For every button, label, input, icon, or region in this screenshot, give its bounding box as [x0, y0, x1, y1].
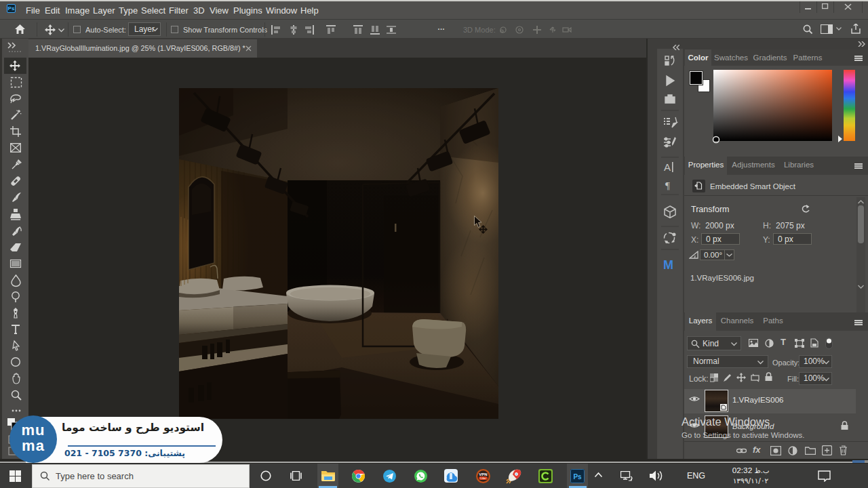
svg-text:Like: Like: [480, 476, 486, 480]
svg-text:¶: ¶: [665, 180, 670, 191]
svg-text:A: A: [664, 161, 671, 173]
svg-text:VPN: VPN: [479, 472, 487, 476]
svg-text:M: M: [663, 258, 673, 272]
svg-text:Ps: Ps: [573, 473, 582, 481]
